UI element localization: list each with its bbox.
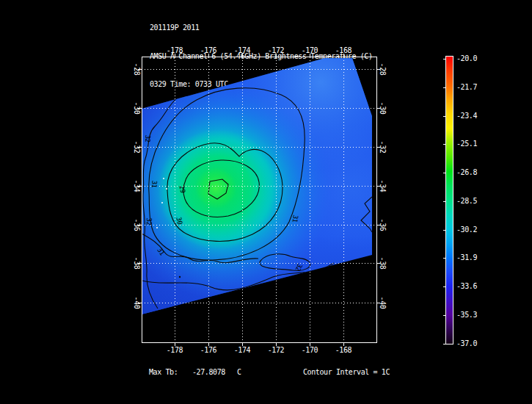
colorbar-tick-label: -33.6	[456, 282, 486, 291]
contour-label: 29	[178, 185, 186, 193]
contour-label: 32	[145, 218, 152, 226]
colorbar-tick-label: -26.8	[456, 168, 486, 177]
lat-tick-label-left: -34	[132, 175, 141, 197]
lat-tick-label-left: -30	[132, 97, 141, 119]
max-tb-label: Max Tb:	[149, 368, 178, 377]
contour-interval-text: Contour Interval = 1C	[303, 368, 390, 377]
contour-label: 31	[291, 214, 299, 223]
lon-tick-label-bottom: -174	[226, 346, 258, 355]
lon-tick-label-top: -176	[192, 46, 225, 55]
lat-tick-label-left: -28	[132, 58, 141, 80]
lon-tick-label-bottom: -168	[327, 346, 360, 355]
colorbar-gradient	[445, 56, 453, 345]
lon-tick-label-bottom: -176	[192, 346, 225, 355]
lat-tick-label-left: -36	[132, 214, 141, 236]
lat-tick-label-right: -38	[378, 252, 387, 274]
lon-tick-label-top: -174	[226, 46, 258, 55]
colorbar-tick-label: -23.4	[456, 112, 486, 120]
lat-tick-label-right: -34	[378, 175, 387, 197]
colorbar-tick-label: -35.3	[456, 311, 486, 320]
colorbar-tick-label: -21.7	[456, 83, 486, 92]
contour-label: 31	[150, 180, 158, 188]
colorbar-tick-label: -25.1	[456, 140, 486, 148]
lon-tick-label-bottom: -172	[260, 346, 292, 355]
swath-image	[142, 57, 376, 342]
lat-tick-label-left: -38	[132, 252, 141, 274]
lat-tick-label-right: -36	[378, 214, 387, 236]
lat-tick-label-right: -30	[378, 97, 387, 119]
amsu-plot-screen: 201119P 2011 AMSU-A Channel 6 (54.46GHz)…	[0, 0, 532, 404]
colorbar-tick-label: -30.2	[456, 226, 486, 234]
lon-tick-label-top: -170	[294, 46, 326, 55]
colorbar-tick-label: -28.5	[456, 197, 486, 206]
contour-label: 32	[144, 134, 151, 143]
lon-tick-label-bottom: -170	[294, 346, 326, 355]
contour-label: 30	[175, 217, 183, 225]
max-tb-value: -27.8078	[192, 368, 225, 377]
colorbar-tick-label: -31.9	[456, 253, 486, 262]
lat-tick-label-left: -40	[132, 292, 141, 314]
lon-tick-label-bottom: -178	[158, 346, 191, 355]
lat-tick-label-right: -28	[378, 58, 387, 80]
colorbar-tick-label: -20.0	[456, 54, 486, 63]
lat-tick-label-right: -32	[378, 136, 387, 158]
max-tb-unit: C	[237, 368, 241, 377]
lon-tick-label-top: -178	[158, 46, 191, 55]
lon-tick-label-top: -172	[260, 46, 292, 55]
colorbar-tick-label: -37.0	[456, 339, 486, 348]
lon-tick-label-top: -168	[327, 46, 360, 55]
lat-tick-label-right: -40	[378, 292, 387, 314]
lat-tick-label-left: -32	[132, 136, 141, 158]
